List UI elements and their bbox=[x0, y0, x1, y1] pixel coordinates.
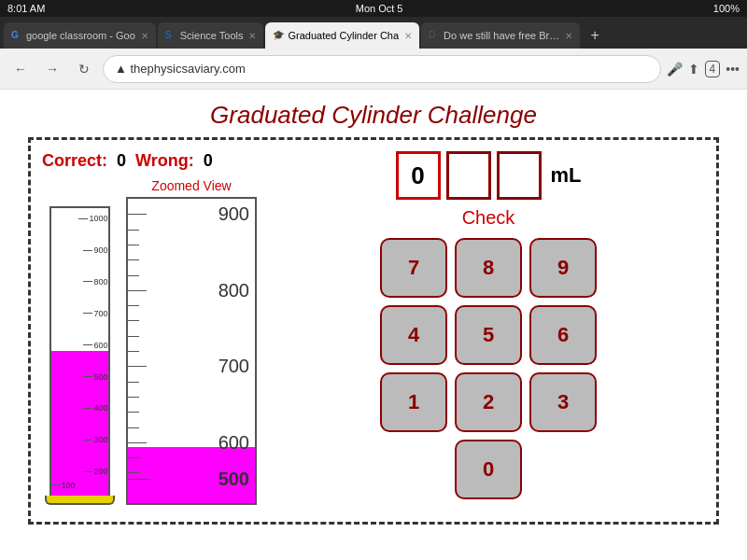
ztick-sub11 bbox=[128, 412, 139, 413]
tick-600: 600 bbox=[83, 341, 107, 350]
tab-close-4[interactable]: ✕ bbox=[565, 31, 572, 41]
ztick-700: 700 bbox=[128, 366, 255, 367]
cylinder-tick-labels: 1000 900 800 700 bbox=[51, 208, 108, 496]
keypad: 7 8 9 4 5 6 1 2 3 0 bbox=[380, 238, 597, 499]
ztick-sub1 bbox=[128, 230, 139, 231]
ztick-sub13 bbox=[128, 457, 139, 458]
tab-label-1: google classroom - Goo bbox=[26, 30, 135, 41]
forward-button[interactable]: → bbox=[39, 56, 65, 82]
tick-700: 700 bbox=[83, 309, 107, 318]
tick-100: 100 bbox=[51, 481, 108, 490]
ztick-sub4 bbox=[128, 275, 139, 276]
key-2[interactable]: 2 bbox=[455, 372, 522, 432]
challenge-area: Correct: 0 Wrong: 0 1000 bbox=[28, 137, 719, 525]
battery-display: 100% bbox=[713, 3, 740, 14]
cylinder-outer: 1000 900 800 700 bbox=[49, 206, 110, 496]
tab-favicon-3: 🎓 bbox=[273, 30, 284, 41]
ztick-600: 600 bbox=[128, 442, 255, 443]
share-icon[interactable]: ⬆ bbox=[688, 62, 699, 77]
date-display: Mon Oct 5 bbox=[356, 3, 403, 14]
tick-500: 500 bbox=[83, 372, 107, 382]
tab-close-3[interactable]: ✕ bbox=[404, 31, 412, 41]
ztick-sub7 bbox=[128, 336, 139, 337]
ztick-sub8 bbox=[128, 351, 139, 352]
time-display: 8:01 AM bbox=[7, 3, 45, 14]
tab-google-classroom[interactable]: G google classroom - Goo ✕ bbox=[4, 22, 156, 49]
page-title: Graduated Cylinder Challenge bbox=[0, 90, 747, 137]
tab-label-2: Science Tools bbox=[180, 30, 244, 41]
tab-close-2[interactable]: ✕ bbox=[248, 31, 256, 41]
ztick-sub9 bbox=[128, 382, 139, 383]
key-8[interactable]: 8 bbox=[455, 238, 522, 298]
ztick-500: 500 bbox=[128, 479, 255, 480]
tab-close-1[interactable]: ✕ bbox=[141, 31, 148, 41]
answer-row: 0 mL bbox=[396, 151, 582, 200]
url-text: ▲ thephysicsaviary.com bbox=[115, 62, 246, 76]
key-3[interactable]: 3 bbox=[529, 372, 597, 432]
back-button[interactable]: ← bbox=[7, 56, 34, 82]
ml-label: mL bbox=[551, 163, 582, 188]
key-7[interactable]: 7 bbox=[380, 238, 447, 298]
ztick-900: 900 bbox=[128, 214, 255, 215]
digit-0-value: 0 bbox=[411, 161, 424, 190]
tab-favicon-4: D bbox=[429, 30, 440, 41]
tabs-count[interactable]: 4 bbox=[705, 61, 721, 77]
menu-icon[interactable]: ••• bbox=[726, 62, 740, 77]
main-cylinder: 1000 900 800 700 bbox=[42, 206, 117, 505]
digit-box-1[interactable] bbox=[446, 151, 491, 200]
new-tab-button[interactable]: + bbox=[582, 22, 608, 49]
zoomed-label: Zoomed View bbox=[151, 178, 231, 193]
ztick-sub6 bbox=[128, 320, 139, 321]
tab-favicon-2: S bbox=[165, 30, 176, 41]
correct-value: 0 bbox=[117, 151, 126, 171]
ztick-800: 800 bbox=[128, 290, 255, 291]
right-panel: 0 mL Check 7 8 9 4 5 6 1 bbox=[272, 151, 705, 511]
tab-label-4: Do we still have free Br… bbox=[444, 30, 559, 41]
tab-free[interactable]: D Do we still have free Br… ✕ bbox=[421, 22, 580, 49]
tick-800: 800 bbox=[83, 277, 107, 287]
status-bar: 8:01 AM Mon Oct 5 100% bbox=[0, 0, 747, 17]
tick-300: 300 bbox=[83, 435, 107, 444]
tick-1000: 1000 bbox=[78, 214, 107, 223]
tab-graduated-cylinder[interactable]: 🎓 Graduated Cylinder Cha ✕ bbox=[265, 22, 419, 49]
digit-box-2[interactable] bbox=[497, 151, 542, 200]
left-panel: Correct: 0 Wrong: 0 1000 bbox=[42, 151, 257, 511]
tick-900: 900 bbox=[83, 245, 107, 255]
ztick-sub2 bbox=[128, 245, 139, 245]
page-content: Graduated Cylinder Challenge Correct: 0 … bbox=[0, 90, 747, 560]
zoomed-cylinder: 900 800 bbox=[126, 197, 257, 505]
zoomed-ticks: 900 800 bbox=[128, 199, 255, 503]
digit-box-0[interactable]: 0 bbox=[396, 151, 441, 200]
key-4[interactable]: 4 bbox=[380, 305, 447, 365]
check-label: Check bbox=[462, 207, 515, 229]
cylinders-row: 1000 900 800 700 bbox=[42, 178, 257, 505]
wrong-label: Wrong: bbox=[135, 151, 194, 171]
ztick-sub12 bbox=[128, 427, 139, 428]
key-0[interactable]: 0 bbox=[455, 440, 522, 499]
key-6[interactable]: 6 bbox=[529, 305, 597, 365]
address-field[interactable]: ▲ thephysicsaviary.com bbox=[103, 55, 661, 83]
tab-science-tools[interactable]: S Science Tools ✕ bbox=[158, 22, 264, 49]
cylinder-base bbox=[45, 496, 115, 505]
key-9[interactable]: 9 bbox=[529, 238, 597, 298]
score-row: Correct: 0 Wrong: 0 bbox=[42, 151, 257, 171]
browser-chrome: 8:01 AM Mon Oct 5 100% G google classroo… bbox=[0, 0, 747, 49]
address-icons: 🎤 ⬆ 4 ••• bbox=[667, 61, 740, 77]
wrong-value: 0 bbox=[204, 151, 213, 171]
reload-button[interactable]: ↻ bbox=[71, 56, 97, 82]
ztick-sub5 bbox=[128, 305, 139, 306]
ztick-sub3 bbox=[128, 259, 139, 260]
tab-label-3: Graduated Cylinder Cha bbox=[288, 30, 399, 41]
mic-icon[interactable]: 🎤 bbox=[667, 62, 683, 77]
tabs-bar: G google classroom - Goo ✕ S Science Too… bbox=[0, 17, 747, 49]
tick-200: 200 bbox=[83, 467, 107, 476]
address-bar-row: ← → ↻ ▲ thephysicsaviary.com 🎤 ⬆ 4 ••• bbox=[0, 49, 747, 90]
key-1[interactable]: 1 bbox=[380, 372, 447, 432]
ztick-sub14 bbox=[128, 472, 139, 473]
zoomed-section: Zoomed View 900 bbox=[126, 178, 257, 505]
ztick-sub10 bbox=[128, 397, 139, 398]
tick-400: 400 bbox=[83, 403, 107, 413]
tab-favicon-1: G bbox=[11, 30, 22, 41]
key-5[interactable]: 5 bbox=[455, 305, 522, 365]
correct-label: Correct: bbox=[42, 151, 107, 171]
